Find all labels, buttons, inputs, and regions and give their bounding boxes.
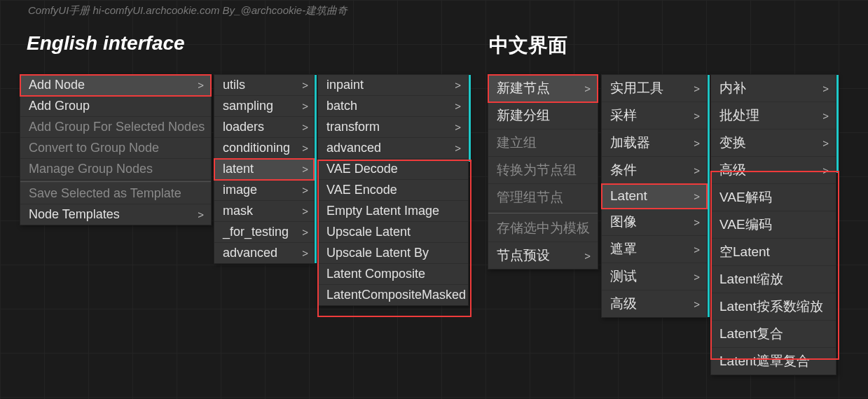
submenu-arrow-icon: > — [302, 247, 308, 259]
category-menu-zh-item[interactable]: 加载器> — [602, 130, 707, 157]
category-menu-zh-item[interactable]: 实用工具> — [602, 75, 707, 102]
context-menu-en-item: Convert to Group Node — [20, 138, 211, 159]
submenu-arrow-icon: > — [694, 244, 700, 255]
context-menu-zh-item[interactable]: 新建分组 — [488, 102, 598, 130]
latent-submenu-zh-item[interactable]: 空Latent — [711, 239, 836, 266]
menu-item-label: 空Latent — [719, 243, 770, 261]
latent-submenu-en-item[interactable]: Upscale Latent By — [318, 243, 468, 264]
submenu-arrow-icon: > — [302, 121, 308, 133]
category-menu-en-item[interactable]: advanced> — [214, 243, 314, 263]
latent-submenu-en-item[interactable]: batch> — [318, 96, 468, 117]
menu-item-label: 加载器 — [610, 134, 650, 152]
category-menu-en-item[interactable]: _for_testing> — [214, 222, 314, 243]
category-menu-zh-item[interactable]: 采样> — [602, 102, 707, 130]
context-menu-en-item[interactable]: Node Templates> — [20, 204, 211, 225]
submenu-arrow-icon: > — [694, 137, 700, 149]
category-menu-en-item[interactable]: mask> — [214, 201, 314, 222]
category-menu-en-item[interactable]: latent> — [214, 159, 314, 180]
menu-item-label: loaders — [223, 120, 264, 134]
submenu-arrow-icon: > — [455, 100, 461, 112]
latent-submenu-zh-item[interactable]: 批处理> — [711, 102, 836, 130]
menu-accent-edge — [708, 75, 710, 317]
category-menu-zh-item[interactable]: 遮罩> — [602, 236, 707, 263]
menu-item-label: 建立组 — [497, 134, 537, 152]
latent-submenu-zh-item[interactable]: 变换> — [711, 130, 836, 157]
context-menu-zh-item[interactable]: 节点预设> — [488, 242, 598, 269]
menu-item-label: Add Group For Selected Nodes — [29, 120, 205, 134]
menu-item-label: 管理组节点 — [497, 188, 563, 206]
context-menu-zh-item[interactable]: 新建节点> — [488, 75, 598, 102]
menu-item-label: Latent Composite — [326, 267, 425, 281]
menu-item-label: advanced — [223, 246, 277, 260]
submenu-arrow-icon: > — [694, 164, 700, 176]
context-menu-en-item[interactable]: Add Node> — [20, 75, 211, 96]
submenu-arrow-icon: > — [302, 226, 308, 238]
menu-item-label: transform — [326, 120, 380, 134]
latent-submenu-zh-item[interactable]: 高级> — [711, 157, 836, 184]
menu-item-label: latent — [223, 162, 254, 176]
latent-submenu-en-item[interactable]: advanced> — [318, 138, 468, 159]
context-menu-zh-item: 建立组 — [488, 130, 598, 157]
category-menu-en-item[interactable]: loaders> — [214, 117, 314, 138]
submenu-arrow-icon: > — [198, 209, 204, 220]
submenu-arrow-icon: > — [455, 79, 461, 91]
menu-item-label: Upscale Latent — [326, 225, 411, 239]
latent-submenu-zh-item[interactable]: Latent遮罩复合 — [711, 348, 836, 374]
context-menu-zh-item: 存储选中为模板 — [488, 215, 598, 242]
latent-submenu-en-item[interactable]: Upscale Latent — [318, 222, 468, 243]
menu-item-label: Latent缩放 — [719, 270, 783, 288]
context-menu-en-item: Manage Group Nodes — [20, 159, 211, 180]
submenu-arrow-icon: > — [694, 83, 700, 94]
latent-submenu-en-item[interactable]: LatentCompositeMasked — [318, 285, 468, 305]
submenu-arrow-icon: > — [302, 163, 308, 175]
context-menu-en-item: Save Selected as Template — [20, 183, 211, 204]
submenu-arrow-icon: > — [302, 184, 308, 196]
menu-item-label: 变换 — [719, 134, 746, 152]
category-menu-zh-item[interactable]: 图像> — [602, 209, 707, 236]
latent-submenu-en-item[interactable]: inpaint> — [318, 75, 468, 96]
menu-item-label: Manage Group Nodes — [29, 162, 153, 176]
latent-submenu-zh-item[interactable]: VAE解码 — [711, 184, 836, 211]
latent-submenu-en-item[interactable]: Latent Composite — [318, 264, 468, 285]
latent-submenu-zh-item[interactable]: Latent按系数缩放 — [711, 293, 836, 321]
latent-submenu-en[interactable]: inpaint>batch>transform>advanced>VAE Dec… — [317, 74, 469, 306]
latent-submenu-zh-item[interactable]: Latent缩放 — [711, 266, 836, 293]
latent-submenu-zh-item[interactable]: Latent复合 — [711, 321, 836, 348]
menu-item-label: Upscale Latent By — [326, 246, 429, 260]
category-menu-en-item[interactable]: image> — [214, 180, 314, 201]
menu-item-label: 条件 — [610, 161, 637, 179]
menu-item-label: Add Group — [29, 99, 90, 113]
latent-submenu-zh-item[interactable]: VAE编码 — [711, 211, 836, 239]
submenu-arrow-icon: > — [694, 110, 700, 122]
category-menu-zh-item[interactable]: 测试> — [602, 263, 707, 290]
category-menu-zh-item[interactable]: 条件> — [602, 157, 707, 184]
context-menu-zh[interactable]: 新建节点>新建分组建立组转换为节点组管理组节点存储选中为模板节点预设> — [488, 74, 598, 270]
latent-submenu-en-item[interactable]: Empty Latent Image — [318, 201, 468, 222]
submenu-arrow-icon: > — [455, 121, 461, 133]
category-menu-en-item[interactable]: sampling> — [214, 96, 314, 117]
latent-submenu-en-item[interactable]: VAE Decode — [318, 159, 468, 180]
submenu-arrow-icon: > — [822, 137, 829, 149]
latent-submenu-en-item[interactable]: VAE Encode — [318, 180, 468, 201]
watermark-text: ComfyUI手册 hi-comfyUI.archcookie.com By_@… — [28, 4, 347, 18]
category-menu-zh[interactable]: 实用工具>采样>加载器>条件>Latent>图像>遮罩>测试>高级> — [601, 74, 708, 318]
menu-item-label: Node Templates — [29, 207, 120, 222]
menu-item-label: mask — [223, 204, 253, 218]
menu-item-label: 新建节点 — [497, 79, 550, 97]
menu-item-label: VAE编码 — [719, 216, 772, 234]
context-menu-en-item[interactable]: Add Group — [20, 96, 211, 117]
menu-item-label: 节点预设 — [497, 246, 550, 265]
menu-item-label: conditioning — [223, 141, 290, 155]
category-menu-zh-item[interactable]: 高级> — [602, 290, 707, 317]
menu-item-label: sampling — [223, 99, 273, 113]
category-menu-en-item[interactable]: conditioning> — [214, 138, 314, 159]
submenu-arrow-icon: > — [302, 142, 308, 154]
context-menu-en[interactable]: Add Node>Add GroupAdd Group For Selected… — [20, 74, 212, 225]
latent-submenu-zh-item[interactable]: 内补> — [711, 75, 836, 102]
latent-submenu-en-item[interactable]: transform> — [318, 117, 468, 138]
category-menu-en-item[interactable]: utils> — [214, 75, 314, 96]
category-menu-en[interactable]: utils>sampling>loaders>conditioning>late… — [214, 74, 315, 264]
menu-separator — [20, 181, 211, 182]
latent-submenu-zh[interactable]: 内补>批处理>变换>高级>VAE解码VAE编码空LatentLatent缩放La… — [710, 74, 836, 375]
category-menu-zh-item[interactable]: Latent> — [602, 184, 707, 209]
